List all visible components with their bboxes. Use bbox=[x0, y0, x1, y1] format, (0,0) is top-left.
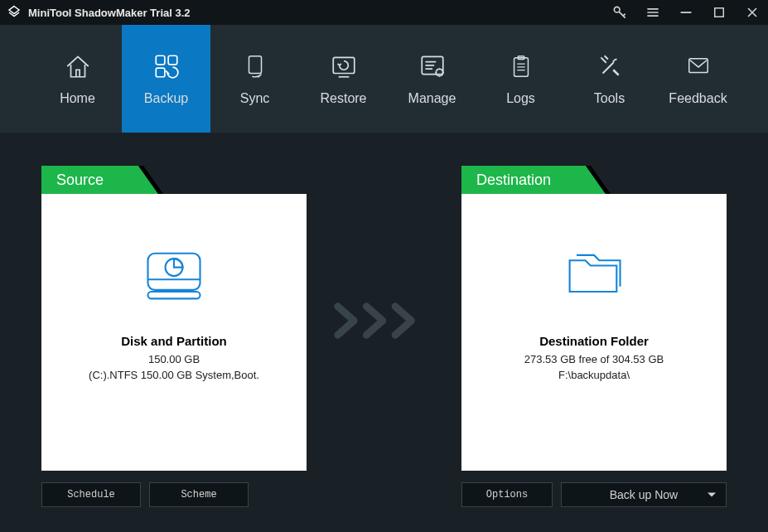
logs-icon bbox=[506, 51, 536, 81]
nav-label: Sync bbox=[240, 91, 270, 106]
arrow-indicator bbox=[307, 166, 461, 339]
sync-icon bbox=[240, 51, 270, 81]
nav-restore[interactable]: Restore bbox=[299, 25, 388, 133]
titlebar-controls bbox=[611, 3, 761, 22]
navbar: Home Backup Sync Restore Manage Logs T bbox=[0, 25, 768, 133]
source-header-label: Source bbox=[41, 166, 118, 194]
nav-manage[interactable]: Manage bbox=[388, 25, 476, 133]
backup-now-label: Back up Now bbox=[610, 488, 678, 501]
chevrons-icon bbox=[331, 302, 438, 339]
nav-label: Restore bbox=[320, 91, 366, 106]
svg-point-0 bbox=[614, 7, 620, 12]
destination-header: Destination bbox=[461, 166, 727, 194]
nav-backup[interactable]: Backup bbox=[122, 25, 210, 133]
destination-header-label: Destination bbox=[461, 166, 566, 194]
chevron-down-icon bbox=[708, 493, 716, 497]
home-icon bbox=[63, 51, 93, 81]
svg-rect-5 bbox=[249, 56, 261, 74]
key-icon[interactable] bbox=[611, 3, 629, 22]
close-button[interactable] bbox=[743, 3, 761, 22]
backup-now-button[interactable]: Back up Now bbox=[561, 482, 727, 507]
source-card[interactable]: Disk and Partition 150.00 GB (C:).NTFS 1… bbox=[41, 194, 307, 471]
destination-column: Destination Destination Folder 273.53 GB… bbox=[461, 166, 727, 507]
svg-rect-4 bbox=[156, 68, 165, 77]
titlebar: MiniTool ShadowMaker Trial 3.2 bbox=[0, 0, 768, 25]
nav-label: Manage bbox=[408, 91, 456, 106]
svg-rect-16 bbox=[148, 292, 200, 298]
svg-rect-3 bbox=[168, 56, 177, 65]
source-button-row: Schedule Scheme bbox=[41, 482, 307, 507]
nav-tools[interactable]: Tools bbox=[565, 25, 654, 133]
source-detail: (C:).NTFS 150.00 GB System,Boot. bbox=[89, 369, 259, 381]
nav-feedback[interactable]: Feedback bbox=[654, 25, 742, 133]
backup-icon bbox=[152, 51, 181, 81]
app-title: MiniTool ShadowMaker Trial 3.2 bbox=[28, 7, 611, 19]
svg-rect-6 bbox=[333, 57, 355, 73]
nav-label: Logs bbox=[506, 91, 535, 106]
menu-icon[interactable] bbox=[644, 3, 662, 22]
svg-rect-11 bbox=[688, 59, 708, 73]
source-header: Source bbox=[41, 166, 307, 194]
nav-label: Tools bbox=[594, 91, 625, 106]
content-area: Source Disk and Partition 150.00 GB (C:)… bbox=[0, 133, 768, 507]
app-logo-icon bbox=[7, 5, 22, 20]
folder-icon bbox=[559, 239, 629, 309]
scheme-button[interactable]: Scheme bbox=[149, 482, 249, 507]
disk-icon bbox=[139, 239, 209, 309]
nav-label: Feedback bbox=[669, 91, 727, 106]
tools-icon bbox=[595, 51, 625, 81]
destination-title: Destination Folder bbox=[539, 334, 649, 348]
minimize-button[interactable] bbox=[677, 3, 695, 22]
destination-path: F:\backupdata\ bbox=[558, 369, 630, 381]
nav-label: Backup bbox=[144, 91, 188, 106]
destination-space: 273.53 GB free of 304.53 GB bbox=[524, 353, 664, 365]
nav-logs[interactable]: Logs bbox=[476, 25, 565, 133]
svg-rect-1 bbox=[715, 8, 724, 17]
source-size: 150.00 GB bbox=[148, 353, 200, 365]
nav-sync[interactable]: Sync bbox=[210, 25, 299, 133]
destination-card[interactable]: Destination Folder 273.53 GB free of 304… bbox=[461, 194, 727, 471]
svg-rect-2 bbox=[156, 56, 165, 65]
feedback-icon bbox=[683, 51, 713, 81]
options-button[interactable]: Options bbox=[461, 482, 553, 507]
nav-label: Home bbox=[60, 91, 95, 106]
source-title: Disk and Partition bbox=[121, 334, 227, 348]
nav-home[interactable]: Home bbox=[33, 25, 122, 133]
destination-button-row: Options Back up Now bbox=[461, 482, 727, 507]
restore-icon bbox=[329, 51, 359, 81]
source-column: Source Disk and Partition 150.00 GB (C:)… bbox=[41, 166, 307, 507]
manage-icon bbox=[418, 51, 447, 81]
maximize-button[interactable] bbox=[710, 3, 728, 22]
schedule-button[interactable]: Schedule bbox=[41, 482, 141, 507]
